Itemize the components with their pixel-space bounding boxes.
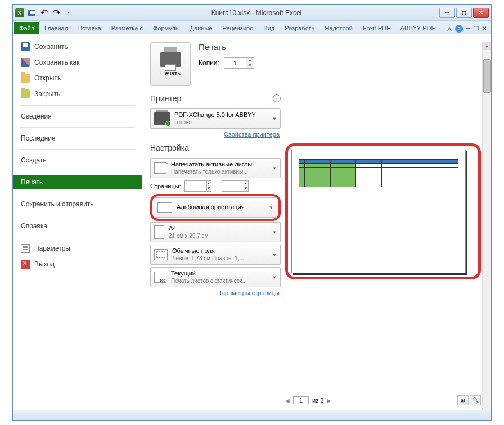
- page-navigation: ◀ из 2 ▶ ⊞ 🔍: [285, 391, 481, 410]
- margins-label: Обычные поля: [172, 247, 268, 255]
- titlebar: X ↶ ↷ ▼ Книга10.xlsx - Microsoft Excel ─…: [13, 5, 491, 21]
- maximize-button[interactable]: □: [456, 8, 472, 18]
- scaling-sub: Печать листов с фактическ...: [171, 278, 268, 284]
- print-preview-column: ▲: [281, 42, 491, 410]
- print-what-sub: Напечатать только активны...: [171, 169, 268, 175]
- tab-developer[interactable]: Разработч: [280, 22, 320, 34]
- app-window: X ↶ ↷ ▼ Книга10.xlsx - Microsoft Excel ─…: [12, 4, 492, 421]
- orientation-highlight: Альбомная ориентация ▼: [150, 194, 281, 221]
- landscape-icon: [158, 202, 172, 213]
- next-page-icon[interactable]: ▶: [327, 397, 331, 404]
- nav-recent[interactable]: Последние: [13, 131, 142, 146]
- spinner-up-icon[interactable]: ▲: [246, 58, 254, 63]
- tab-home[interactable]: Главная: [39, 22, 73, 34]
- scaling-label: Текущий: [171, 270, 268, 277]
- printer-status: Готово: [174, 119, 268, 126]
- preview-highlight: [285, 143, 481, 279]
- statusbar: [13, 410, 491, 420]
- nav-options[interactable]: Параметры: [13, 241, 142, 256]
- pages-label: Страницы:: [150, 183, 181, 189]
- scroll-thumb[interactable]: [483, 59, 491, 93]
- paper-size-dropdown[interactable]: A4 21 см x 29,7 см ▼: [150, 222, 281, 242]
- tab-insert[interactable]: Вставка: [73, 22, 106, 34]
- printer-dropdown[interactable]: PDF-XChange 5.0 for ABBYY Готово ▼: [150, 108, 281, 129]
- doc-minimize-icon[interactable]: ─: [466, 25, 470, 31]
- nav-info[interactable]: Сведения: [13, 109, 142, 124]
- margins-dropdown[interactable]: Обычные поля Левое: 1,78 см Правое: 1,..…: [150, 245, 281, 265]
- nav-new[interactable]: Создать: [13, 153, 142, 168]
- minimize-button[interactable]: ─: [439, 8, 455, 18]
- tab-foxit[interactable]: Foxit PDF: [358, 22, 395, 34]
- print-button[interactable]: Печать: [150, 42, 191, 86]
- pages-from-spinner[interactable]: ▲▼: [184, 180, 212, 192]
- qat-undo-icon[interactable]: ↶: [39, 8, 49, 18]
- close-icon: [21, 89, 30, 98]
- show-margins-button[interactable]: ⊞: [457, 395, 469, 405]
- ribbon-tabs: Файл Главная Вставка Разметка с Формулы …: [13, 21, 491, 34]
- save-as-icon: [21, 58, 30, 67]
- tab-addins[interactable]: Надстрой: [320, 22, 357, 34]
- qat-save-icon[interactable]: [26, 8, 37, 18]
- tab-file[interactable]: Файл: [14, 22, 39, 34]
- printer-properties-link[interactable]: Свойства принтера: [151, 131, 280, 138]
- doc-restore-icon[interactable]: ❐: [474, 25, 479, 31]
- nav-save[interactable]: Сохранить: [13, 39, 142, 55]
- tab-view[interactable]: Вид: [258, 22, 280, 34]
- nav-share[interactable]: Сохранить и отправить: [13, 197, 142, 211]
- print-settings-column: Печать Печать Копии: ▲▼: [150, 42, 281, 410]
- help-icon[interactable]: ?: [455, 25, 463, 33]
- copies-spinner[interactable]: ▲▼: [224, 57, 254, 69]
- close-button[interactable]: ✕: [473, 8, 489, 18]
- pages-from-input[interactable]: [185, 181, 206, 191]
- nav-save-as[interactable]: Сохранить как: [13, 55, 142, 70]
- tab-formulas[interactable]: Формулы: [148, 22, 185, 34]
- tab-review[interactable]: Рецензиро: [218, 22, 259, 34]
- chevron-down-icon: ▼: [272, 166, 277, 171]
- nav-print[interactable]: Печать: [13, 175, 142, 189]
- ribbon-minimize-icon[interactable]: ▵: [447, 23, 452, 34]
- paper-sub: 21 см x 29,7 см: [169, 233, 268, 239]
- page-total-label: из 2: [312, 397, 323, 404]
- prev-page-icon[interactable]: ◀: [285, 397, 290, 404]
- scale-icon: [154, 272, 166, 283]
- scaling-dropdown[interactable]: Текущий Печать листов с фактическ... ▼: [150, 267, 281, 287]
- qat-redo-icon[interactable]: ↷: [51, 8, 61, 18]
- tab-data[interactable]: Данные: [185, 22, 218, 34]
- pages-to-spinner[interactable]: ▲▼: [222, 180, 249, 192]
- nav-open[interactable]: Открыть: [13, 70, 142, 86]
- zoom-page-button[interactable]: 🔍: [470, 395, 481, 405]
- printer-name: PDF-XChange 5.0 for ABBYY: [174, 111, 268, 119]
- chevron-down-icon: ▼: [272, 275, 277, 280]
- print-what-label: Напечатать активные листы: [171, 161, 268, 168]
- tab-abbyy[interactable]: ABBYY PDF: [395, 22, 440, 34]
- orientation-label: Альбомная ориентация: [177, 204, 264, 211]
- tab-page-layout[interactable]: Разметка с: [106, 22, 148, 34]
- printer-small-icon: [154, 112, 170, 125]
- spinner-down-icon[interactable]: ▼: [246, 63, 254, 68]
- chevron-down-icon: ▼: [272, 252, 277, 257]
- pages-separator: –: [215, 183, 218, 189]
- page-icon: [154, 225, 164, 239]
- preview-page: [291, 150, 466, 273]
- copies-input[interactable]: [224, 58, 246, 68]
- backstage: Сохранить Сохранить как Открыть Закрыть …: [13, 34, 491, 410]
- page-setup-link[interactable]: Параметры страницы: [151, 290, 280, 296]
- nav-close[interactable]: Закрыть: [13, 86, 142, 102]
- doc-close-icon[interactable]: ✕: [482, 25, 487, 31]
- scroll-up-icon[interactable]: ▲: [483, 42, 491, 50]
- chevron-down-icon: ▼: [272, 230, 277, 235]
- qat-dropdown-icon[interactable]: ▼: [64, 8, 74, 18]
- pages-to-input[interactable]: [222, 181, 244, 191]
- excel-icon: X: [15, 8, 24, 17]
- options-icon: [21, 244, 30, 253]
- preview-scrollbar[interactable]: ▲: [482, 42, 491, 410]
- window-title: Книга10.xlsx - Microsoft Excel: [74, 9, 439, 17]
- page-number-input[interactable]: [293, 396, 309, 404]
- nav-exit[interactable]: Выход: [13, 256, 142, 272]
- nav-help[interactable]: Справка: [13, 219, 142, 233]
- info-icon[interactable]: i: [273, 94, 281, 102]
- printer-icon: [160, 52, 181, 67]
- orientation-dropdown[interactable]: Альбомная ориентация ▼: [154, 197, 277, 218]
- print-what-dropdown[interactable]: Напечатать активные листы Напечатать тол…: [150, 158, 281, 178]
- save-icon: [21, 42, 30, 51]
